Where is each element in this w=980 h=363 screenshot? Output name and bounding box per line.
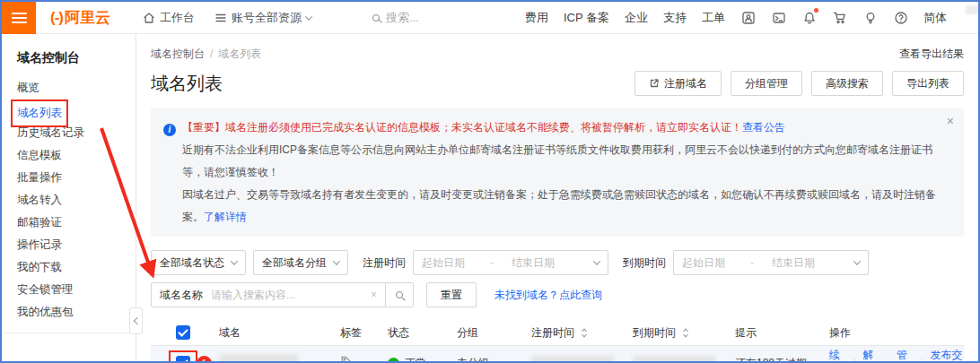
domain-status-select[interactable]: 全部域名状态 bbox=[151, 250, 246, 275]
info-icon: i bbox=[163, 124, 176, 136]
menu-support[interactable]: 支持 bbox=[663, 10, 687, 26]
expire-time-range-picker[interactable]: 起始日期 - 结束日期 bbox=[673, 250, 869, 275]
chevron-down-icon bbox=[305, 13, 312, 20]
expiry-tip: 还有188天过期 bbox=[735, 356, 829, 363]
sidebar-item-email-verify[interactable]: 邮箱验证 bbox=[2, 212, 136, 234]
resource-scope-label: 账号全部资源 bbox=[232, 10, 302, 26]
sidebar-item-op-records[interactable]: 操作记录 bbox=[2, 234, 136, 256]
sidebar-item-history[interactable]: 历史域名记录 bbox=[2, 122, 136, 144]
menu-billing[interactable]: 费用 bbox=[525, 10, 548, 26]
register-time-label: 注册时间 bbox=[363, 255, 406, 271]
chevron-left-icon bbox=[133, 317, 140, 324]
sidebar-item-transfer-in[interactable]: 域名转入 bbox=[2, 189, 136, 212]
global-search-input[interactable]: 搜索... bbox=[372, 10, 525, 26]
register-domain-button[interactable]: 注册域名 bbox=[634, 71, 722, 96]
logo-bracket-icon: (-) bbox=[50, 9, 63, 26]
resource-scope-select[interactable]: 账号全部资源 bbox=[214, 10, 311, 26]
export-list-button[interactable]: 导出列表 bbox=[892, 71, 964, 96]
breadcrumb: 域名控制台/域名列表 bbox=[151, 47, 261, 62]
menu-tickets[interactable]: 工单 bbox=[702, 10, 725, 26]
sidebar-item-overview[interactable]: 概览 bbox=[2, 77, 136, 99]
chevron-down-icon bbox=[593, 257, 600, 264]
header-register-time[interactable]: 注册时间 bbox=[531, 325, 633, 341]
sidebar-item-info-template[interactable]: 信息模板 bbox=[2, 144, 136, 167]
domain-table: 域名 标签 状态 分组 注册时间 到期时间 提示 操作 bbox=[151, 320, 964, 363]
view-announcement-link[interactable]: 查看公告 bbox=[742, 121, 785, 134]
cart-icon[interactable] bbox=[832, 10, 847, 25]
group-management-button[interactable]: 分组管理 bbox=[731, 71, 802, 96]
sidebar-item-domain-list[interactable]: 域名列表 bbox=[2, 99, 136, 122]
lightbulb-icon[interactable] bbox=[862, 10, 878, 25]
workbench-link[interactable]: 工作台 bbox=[143, 10, 195, 26]
sidebar-divider bbox=[2, 333, 136, 333]
search-placeholder: 搜索... bbox=[386, 10, 419, 26]
publish-trade-link[interactable]: 发布交易 bbox=[931, 348, 964, 363]
notification-bell-icon[interactable] bbox=[801, 10, 817, 25]
domain-name-search-box: 域名名称 × bbox=[151, 282, 386, 307]
app-center-icon[interactable] bbox=[740, 10, 756, 25]
status-ok-icon bbox=[388, 358, 399, 363]
sort-icon[interactable] bbox=[581, 328, 588, 338]
clear-input-icon[interactable]: × bbox=[371, 289, 377, 301]
register-time-redacted bbox=[531, 356, 614, 363]
menu-enterprise[interactable]: 企业 bbox=[625, 10, 648, 26]
aliyun-logo[interactable]: (-)阿里云 bbox=[50, 7, 110, 28]
expire-time-label: 到期时间 bbox=[623, 255, 666, 271]
sidebar-title: 域名控制台 bbox=[2, 50, 136, 66]
sidebar-item-coupons[interactable]: 我的优惠包 bbox=[2, 301, 136, 324]
sidebar-item-downloads[interactable]: 我的下载 bbox=[2, 256, 136, 279]
header-group: 分组 bbox=[457, 325, 531, 341]
search-icon bbox=[372, 14, 380, 22]
domain-cell[interactable] bbox=[206, 352, 340, 363]
view-export-results-link[interactable]: 查看导出结果 bbox=[899, 47, 964, 62]
chevron-down-icon bbox=[853, 257, 861, 264]
group-cell: 未分组 bbox=[457, 356, 531, 363]
advanced-search-button[interactable]: 高级搜索 bbox=[811, 71, 883, 96]
header-expire-time[interactable]: 到期时间 bbox=[633, 325, 735, 341]
sort-icon[interactable] bbox=[682, 328, 689, 338]
notice-banner: i【重要】域名注册必须使用已完成实名认证的信息模板；未实名认证域名不能续费、将被… bbox=[151, 108, 964, 237]
help-icon[interactable] bbox=[893, 10, 908, 25]
top-navigation-bar: (-)阿里云 工作台 账号全部资源 搜索... 费用 ICP 备案 企业 支持 … bbox=[2, 2, 978, 34]
renew-link[interactable]: 续费 bbox=[829, 348, 846, 363]
sidebar-collapse-handle[interactable] bbox=[129, 307, 143, 334]
domain-name-redacted bbox=[219, 354, 298, 363]
resource-list-icon bbox=[214, 12, 227, 24]
home-icon bbox=[143, 12, 155, 24]
cloud-shell-icon[interactable] bbox=[771, 10, 786, 25]
header-tag: 标签 bbox=[340, 325, 388, 341]
status-text: 正常 bbox=[405, 356, 426, 363]
manage-link[interactable]: 管理 bbox=[897, 348, 914, 363]
header-tip: 提示 bbox=[735, 325, 829, 341]
search-submit-button[interactable] bbox=[386, 282, 414, 307]
breadcrumb-current: 域名列表 bbox=[218, 48, 261, 60]
chevron-down-icon bbox=[231, 257, 238, 264]
row-checkbox[interactable] bbox=[176, 356, 190, 363]
expire-time-redacted bbox=[633, 356, 715, 363]
search-icon bbox=[396, 291, 403, 298]
select-all-checkbox[interactable] bbox=[176, 325, 190, 340]
dns-resolve-link[interactable]: 解析 bbox=[863, 348, 880, 363]
table-row: 1 正常 未分组 还有188天过期 bbox=[151, 346, 964, 363]
sidebar: 域名控制台 概览 域名列表 历史域名记录 信息模板 批量操作 域名转入 邮箱验证… bbox=[2, 34, 136, 361]
domain-not-found-link[interactable]: 未找到域名？点此查询 bbox=[494, 288, 602, 303]
domain-search-input[interactable] bbox=[211, 289, 363, 301]
filter-row-selects: 全部域名状态 全部域名分组 注册时间 起始日期 - 结束日期 到期时间 起始日期… bbox=[151, 250, 964, 275]
hamburger-menu-icon[interactable] bbox=[2, 2, 36, 34]
menu-icp[interactable]: ICP 备案 bbox=[564, 10, 609, 26]
close-icon[interactable]: × bbox=[947, 115, 954, 127]
learn-more-link[interactable]: 了解详情 bbox=[204, 211, 247, 223]
sidebar-item-batch-ops[interactable]: 批量操作 bbox=[2, 167, 136, 189]
sidebar-item-security-lock[interactable]: 安全锁管理 bbox=[2, 279, 136, 301]
notice-line-3: 因域名过户、交易等导致域名持有者发生变更的，请及时变更或注销备案；处于急需续费或… bbox=[163, 184, 937, 229]
breadcrumb-console[interactable]: 域名控制台 bbox=[151, 48, 205, 60]
register-time-range-picker[interactable]: 起始日期 - 结束日期 bbox=[413, 250, 608, 275]
row-actions: 续费 解析 管理 发布交易 bbox=[829, 348, 964, 363]
locale-switch[interactable]: 简体 bbox=[923, 10, 947, 26]
aliyun-console-window: (-)阿里云 工作台 账号全部资源 搜索... 费用 ICP 备案 企业 支持 … bbox=[0, 0, 980, 363]
reset-button[interactable]: 重置 bbox=[426, 282, 477, 307]
table-header: 域名 标签 状态 分组 注册时间 到期时间 提示 操作 bbox=[151, 320, 964, 346]
filter-row-search: 域名名称 × 重置 未找到域名？点此查询 bbox=[151, 282, 964, 307]
domain-group-select[interactable]: 全部域名分组 bbox=[253, 250, 348, 275]
tag-icon[interactable] bbox=[340, 355, 354, 363]
